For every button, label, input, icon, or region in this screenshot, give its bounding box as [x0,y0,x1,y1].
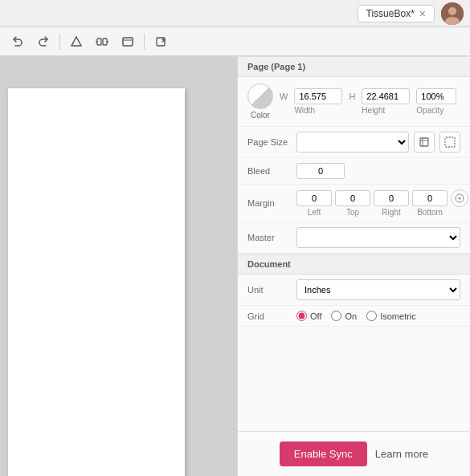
frame-button[interactable] [116,31,139,53]
grid-row: Grid Off On Isometric [238,306,470,327]
height-prefix: H [349,92,355,101]
redo-button[interactable] [32,31,55,53]
margin-left-label: Left [308,208,321,217]
margin-label: Margin [247,198,292,208]
grid-off-item[interactable]: Off [296,311,321,321]
unit-select[interactable]: Inches Centimeters Millimeters Points Pi… [296,279,460,300]
color-dimensions-row: Color W Width H Height Opacity [238,77,470,127]
page-size-icon-btn-1[interactable] [414,132,435,153]
page-title: Page (Page 1) [247,62,305,71]
opacity-input[interactable] [416,88,456,104]
width-label: Width [294,106,315,115]
color-label: Color [251,111,270,120]
grid-label: Grid [247,311,292,321]
canvas-page [8,88,185,476]
toolbar [0,27,470,56]
svg-rect-11 [420,138,428,146]
master-row: Master [238,222,470,254]
learn-more-link[interactable]: Learn more [375,448,428,460]
export-button[interactable] [149,31,172,53]
grid-off-label: Off [310,311,321,321]
grid-on-label: On [345,311,357,321]
height-input[interactable] [362,88,410,104]
tab-label: TissueBox* [366,8,415,19]
document-section-label: Document [247,259,291,269]
grid-isometric-item[interactable]: Isometric [366,311,416,321]
document-tab[interactable]: TissueBox* × [358,5,435,22]
margin-row: Margin Left Top Right Bottom [238,185,470,222]
triangle-button[interactable] [65,31,88,53]
distribute-button[interactable] [91,31,113,53]
grid-isometric-label: Isometric [380,311,416,321]
svg-marker-3 [72,37,81,46]
tab-close-icon[interactable]: × [419,8,426,19]
margin-left-item: Left [296,190,332,217]
bleed-input[interactable] [296,163,345,179]
margin-link-icon[interactable] [451,189,468,207]
panel-spacer [238,327,470,431]
margin-top-input[interactable] [335,190,370,206]
document-section-header: Document [238,254,470,275]
master-label: Master [247,233,292,242]
undo-button[interactable] [6,31,29,53]
height-label: Height [362,106,385,115]
dimension-group: W Width H Height Opacity [280,88,460,115]
svg-point-1 [448,7,456,15]
opacity-label: Opacity [416,106,443,115]
grid-on-radio[interactable] [331,311,341,321]
grid-off-radio[interactable] [296,311,307,321]
margin-right-item: Right [374,190,409,217]
grid-on-item[interactable]: On [331,311,357,321]
enable-sync-button[interactable]: Enable Sync [280,441,367,466]
margin-right-label: Right [382,208,400,217]
width-field: Width [294,88,342,115]
margin-right-input[interactable] [374,190,409,206]
svg-rect-14 [445,137,455,147]
margin-bottom-label: Bottom [417,208,443,217]
margin-bottom-item: Bottom [412,190,448,217]
master-select[interactable] [296,227,460,248]
margin-left-input[interactable] [296,190,332,206]
page-size-row: Page Size A4 Letter Custom [238,127,470,158]
page-size-label: Page Size [247,137,292,147]
bottom-bar: Enable Sync Learn more [238,431,470,476]
separator-1 [59,34,60,50]
width-input[interactable] [294,88,342,104]
margin-top-item: Top [335,190,370,217]
page-size-icon-btn-2[interactable] [439,132,460,153]
margin-group: Left Top Right Bottom [296,189,468,217]
grid-radio-group: Off On Isometric [296,311,460,321]
color-swatch[interactable] [247,83,273,109]
color-swatch-container: Color [247,83,273,120]
width-prefix: W [280,92,288,101]
margin-bottom-input[interactable] [412,190,448,206]
bleed-label: Bleed [247,166,292,176]
top-bar: TissueBox* × [0,0,470,27]
page-section-header: Page (Page 1) [238,56,470,77]
main-layout: Page (Page 1) Color W Width H Height [0,56,470,476]
svg-rect-8 [123,38,133,46]
svg-point-16 [459,197,461,200]
height-field: Height [362,88,410,115]
unit-label: Unit [247,285,292,295]
user-avatar[interactable] [441,2,464,25]
opacity-field: Opacity [416,88,456,115]
page-size-select[interactable]: A4 Letter Custom [296,132,409,153]
bleed-row: Bleed [238,158,470,185]
unit-row: Unit Inches Centimeters Millimeters Poin… [238,275,470,306]
margin-top-label: Top [346,208,359,217]
grid-isometric-radio[interactable] [366,311,377,321]
svg-rect-4 [97,39,101,45]
svg-rect-5 [103,39,107,45]
separator-2 [144,34,145,50]
canvas-area[interactable] [0,56,237,476]
right-panel: Page (Page 1) Color W Width H Height [237,56,470,476]
